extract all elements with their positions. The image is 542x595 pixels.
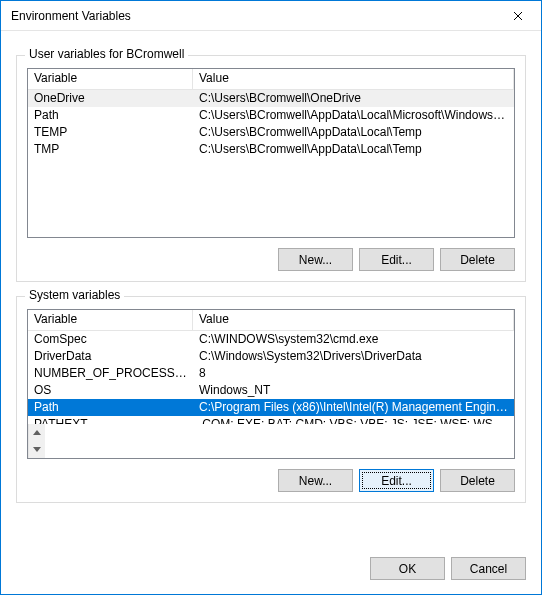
system-col-header-variable[interactable]: Variable bbox=[28, 310, 193, 330]
cell-variable: DriverData bbox=[28, 348, 193, 365]
user-new-button[interactable]: New... bbox=[278, 248, 353, 271]
user-col-header-variable[interactable]: Variable bbox=[28, 69, 193, 89]
user-group-legend: User variables for BCromwell bbox=[25, 47, 188, 61]
cell-value: C:\Users\BCromwell\AppData\Local\Temp bbox=[193, 124, 514, 141]
scroll-down-button[interactable] bbox=[29, 441, 45, 458]
cancel-button[interactable]: Cancel bbox=[451, 557, 526, 580]
system-col-header-value[interactable]: Value bbox=[193, 310, 514, 330]
user-delete-button[interactable]: Delete bbox=[440, 248, 515, 271]
cell-value: Windows_NT bbox=[193, 382, 514, 399]
user-edit-button[interactable]: Edit... bbox=[359, 248, 434, 271]
cell-value: C:\Program Files (x86)\Intel\Intel(R) Ma… bbox=[193, 399, 514, 416]
cell-value: C:\Users\BCromwell\AppData\Local\Temp bbox=[193, 141, 514, 158]
system-variables-list[interactable]: Variable Value ComSpecC:\WINDOWS\system3… bbox=[27, 309, 515, 459]
cell-value: C:\Users\BCromwell\AppData\Local\Microso… bbox=[193, 107, 514, 124]
cell-value: 8 bbox=[193, 365, 514, 382]
system-group-legend: System variables bbox=[25, 288, 124, 302]
cell-value: C:\Users\BCromwell\OneDrive bbox=[193, 90, 514, 107]
system-list-header[interactable]: Variable Value bbox=[28, 310, 514, 331]
table-row[interactable]: OSWindows_NT bbox=[28, 382, 514, 399]
window-title: Environment Variables bbox=[11, 9, 495, 23]
table-row[interactable]: TEMPC:\Users\BCromwell\AppData\Local\Tem… bbox=[28, 124, 514, 141]
chevron-down-icon bbox=[33, 447, 41, 452]
dialog-content: User variables for BCromwell Variable Va… bbox=[1, 31, 541, 549]
scroll-up-button[interactable] bbox=[29, 424, 45, 441]
table-row[interactable]: NUMBER_OF_PROCESSORS8 bbox=[28, 365, 514, 382]
cell-value: C:\WINDOWS\system32\cmd.exe bbox=[193, 331, 514, 348]
cell-variable: TMP bbox=[28, 141, 193, 158]
cell-variable: PATHEXT bbox=[28, 416, 193, 424]
system-button-row: New... Edit... Delete bbox=[27, 469, 515, 492]
cell-variable: ComSpec bbox=[28, 331, 193, 348]
ok-button[interactable]: OK bbox=[370, 557, 445, 580]
user-list-header[interactable]: Variable Value bbox=[28, 69, 514, 90]
cell-variable: TEMP bbox=[28, 124, 193, 141]
cell-variable: OS bbox=[28, 382, 193, 399]
close-icon bbox=[513, 11, 523, 21]
titlebar[interactable]: Environment Variables bbox=[1, 1, 541, 31]
user-col-header-value[interactable]: Value bbox=[193, 69, 514, 89]
table-row[interactable]: PathC:\Users\BCromwell\AppData\Local\Mic… bbox=[28, 107, 514, 124]
system-new-button[interactable]: New... bbox=[278, 469, 353, 492]
close-button[interactable] bbox=[495, 1, 541, 31]
cell-variable: Path bbox=[28, 399, 193, 416]
dialog-footer: OK Cancel bbox=[1, 549, 541, 594]
system-scrollbar[interactable] bbox=[28, 424, 45, 458]
env-vars-dialog: Environment Variables User variables for… bbox=[0, 0, 542, 595]
table-row[interactable]: OneDriveC:\Users\BCromwell\OneDrive bbox=[28, 90, 514, 107]
table-row[interactable]: DriverDataC:\Windows\System32\Drivers\Dr… bbox=[28, 348, 514, 365]
table-row[interactable]: TMPC:\Users\BCromwell\AppData\Local\Temp bbox=[28, 141, 514, 158]
table-row[interactable]: PATHEXT.COM;.EXE;.BAT;.CMD;.VBS;.VBE;.JS… bbox=[28, 416, 514, 424]
table-row[interactable]: PathC:\Program Files (x86)\Intel\Intel(R… bbox=[28, 399, 514, 416]
chevron-up-icon bbox=[33, 430, 41, 435]
user-variables-group: User variables for BCromwell Variable Va… bbox=[16, 55, 526, 282]
system-edit-button[interactable]: Edit... bbox=[359, 469, 434, 492]
user-button-row: New... Edit... Delete bbox=[27, 248, 515, 271]
table-row[interactable]: ComSpecC:\WINDOWS\system32\cmd.exe bbox=[28, 331, 514, 348]
cell-value: C:\Windows\System32\Drivers\DriverData bbox=[193, 348, 514, 365]
user-variables-list[interactable]: Variable Value OneDriveC:\Users\BCromwel… bbox=[27, 68, 515, 238]
cell-variable: NUMBER_OF_PROCESSORS bbox=[28, 365, 193, 382]
system-variables-group: System variables Variable Value ComSpecC… bbox=[16, 296, 526, 503]
cell-variable: OneDrive bbox=[28, 90, 193, 107]
cell-value: .COM;.EXE;.BAT;.CMD;.VBS;.VBE;.JS;.JSE;.… bbox=[193, 416, 514, 424]
system-delete-button[interactable]: Delete bbox=[440, 469, 515, 492]
cell-variable: Path bbox=[28, 107, 193, 124]
